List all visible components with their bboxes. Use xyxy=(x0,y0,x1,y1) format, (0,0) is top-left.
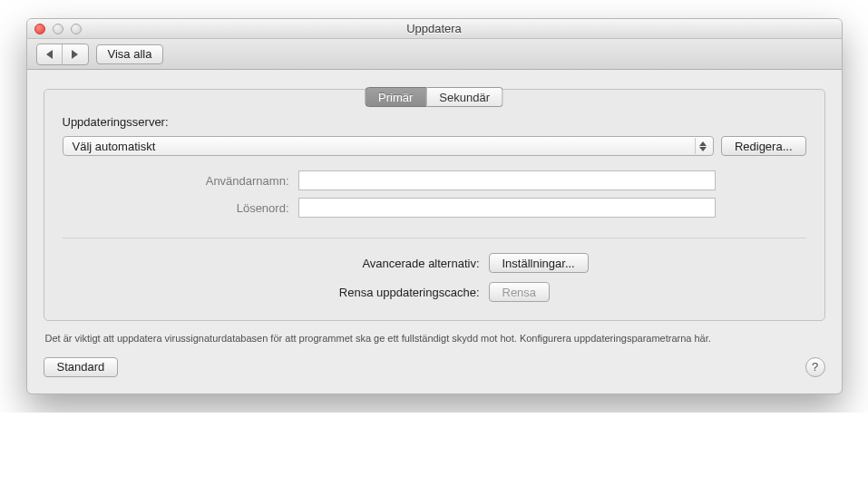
password-label: Lösenord: xyxy=(63,201,298,215)
tabset: Primär Sekundär xyxy=(365,87,503,107)
tabs-container: Primär Sekundär Uppdateringsserver: Välj… xyxy=(44,89,825,321)
close-window-button[interactable] xyxy=(34,24,45,34)
credentials-group: Användarnamn: Lösenord: xyxy=(63,170,806,218)
show-all-button[interactable]: Visa alla xyxy=(96,44,164,64)
titlebar: Uppdatera xyxy=(27,19,842,39)
update-server-label: Uppdateringsserver: xyxy=(63,115,806,129)
advanced-rows: Avancerade alternativ: Inställningar... … xyxy=(63,253,806,302)
minimize-window-button[interactable] xyxy=(53,24,63,34)
forward-icon xyxy=(72,50,78,59)
info-note: Det är viktigt att uppdatera virussignat… xyxy=(45,332,824,346)
zoom-window-button[interactable] xyxy=(71,24,82,34)
popup-arrows-icon xyxy=(695,138,711,154)
advanced-options-label: Avancerade alternativ: xyxy=(63,257,480,270)
tab-primary[interactable]: Primär xyxy=(365,87,426,107)
advanced-settings-button[interactable]: Inställningar... xyxy=(489,253,589,273)
nav-segment xyxy=(36,44,89,65)
server-row: Välj automatiskt Redigera... xyxy=(63,136,806,156)
clear-cache-label: Rensa uppdateringscache: xyxy=(63,286,480,299)
window-controls xyxy=(27,24,82,34)
standard-button[interactable]: Standard xyxy=(44,357,119,377)
toolbar: Visa alla xyxy=(27,39,842,70)
forward-button[interactable] xyxy=(63,44,88,64)
content-area: Primär Sekundär Uppdateringsserver: Välj… xyxy=(27,70,842,394)
back-button[interactable] xyxy=(37,44,63,64)
clear-cache-button: Rensa xyxy=(489,282,551,302)
username-input[interactable] xyxy=(298,170,716,190)
footer: Standard ? xyxy=(44,357,825,377)
tab-secondary[interactable]: Sekundär xyxy=(426,87,503,107)
divider xyxy=(63,238,806,238)
update-server-selected: Välj automatiskt xyxy=(73,140,156,153)
primary-panel: Uppdateringsserver: Välj automatiskt Red… xyxy=(44,89,825,321)
password-input[interactable] xyxy=(298,198,716,218)
window-title: Uppdatera xyxy=(27,22,842,35)
update-server-popup[interactable]: Välj automatiskt xyxy=(63,136,714,156)
username-label: Användarnamn: xyxy=(63,174,298,188)
edit-server-button[interactable]: Redigera... xyxy=(721,136,806,156)
back-icon xyxy=(46,50,53,59)
preferences-window: Uppdatera Visa alla Primär Sekundär Uppd… xyxy=(26,18,843,394)
help-button[interactable]: ? xyxy=(805,357,825,377)
